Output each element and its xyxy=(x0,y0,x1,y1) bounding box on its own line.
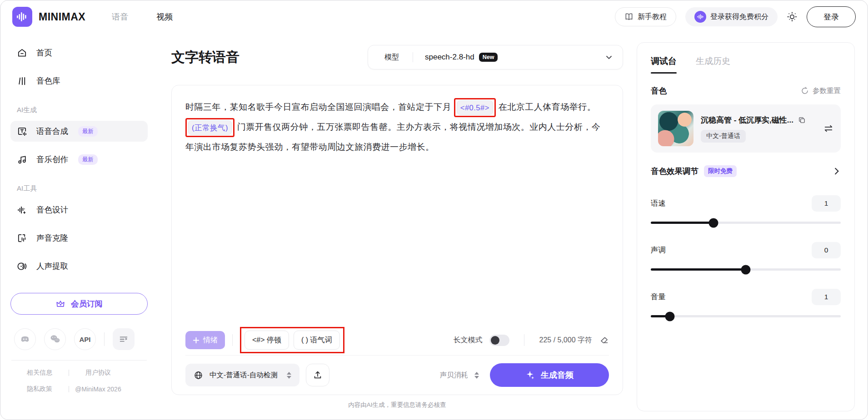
new-badge: 最新 xyxy=(78,154,98,165)
login-credits-button[interactable]: 登录获得免费积分 xyxy=(685,7,778,26)
sidebar-item-music-creation[interactable]: 音乐创作 最新 xyxy=(10,149,148,170)
volume-value[interactable]: 1 xyxy=(812,289,841,305)
pitch-label: 声调 xyxy=(651,245,666,255)
sidebar-item-label: 音乐创作 xyxy=(36,154,68,165)
nav-tab-video[interactable]: 视频 xyxy=(156,11,173,22)
language-value: 中文-普通话-自动检测 xyxy=(210,371,278,380)
link-user-agreement[interactable]: 用户协议 xyxy=(69,369,127,377)
tab-generation-history[interactable]: 生成历史 xyxy=(696,55,730,74)
sidebar-item-label: 人声提取 xyxy=(36,261,68,272)
sidebar-item-voice-clone[interactable]: 声音克隆 xyxy=(10,227,148,248)
model-new-badge: New xyxy=(479,53,498,62)
upload-file-button[interactable] xyxy=(306,364,329,386)
voice-effect-row[interactable]: 音色效果调节 限时免费 xyxy=(651,165,841,177)
wechat-button[interactable] xyxy=(44,328,66,350)
pitch-slider-group: 声调 0 xyxy=(651,242,841,271)
top-nav: 语音 视频 xyxy=(112,11,173,22)
app-window: MINIMAX 语音 视频 新手教程 登录获得免费积分 xyxy=(0,0,868,420)
copyright-text: @MiniMax 2026 xyxy=(69,385,127,393)
insert-interjection-button[interactable]: ( ) 语气词 xyxy=(294,331,340,350)
pause-duration-tag[interactable]: <#0.5#> xyxy=(457,100,493,115)
sidebar-item-label: 语音合成 xyxy=(36,126,68,137)
long-text-mode-label: 长文模式 xyxy=(453,336,482,345)
breath-tag[interactable]: (正常换气) xyxy=(188,120,232,135)
minimax-mini-logo-icon xyxy=(694,11,706,23)
page-title: 文字转语音 xyxy=(171,48,239,67)
tts-text-input[interactable]: 时隔三年，某知名歌手今日宣布启动全国巡回演唱会，首站定于下月 <#0.5#> 在… xyxy=(185,97,609,325)
reset-params-button[interactable]: 参数重置 xyxy=(801,86,841,96)
tutorial-button[interactable]: 新手教程 xyxy=(615,7,676,26)
debug-panel-card: 调试台 生成历史 音色 参数重置 沉 xyxy=(637,42,855,411)
minimax-logo-icon[interactable] xyxy=(12,7,32,27)
generate-audio-label: 生成音频 xyxy=(541,370,574,380)
vocal-extract-icon xyxy=(17,261,27,272)
volume-slider-group: 音量 1 xyxy=(651,289,841,317)
sidebar-item-home[interactable]: 首页 xyxy=(10,42,148,63)
editor-toolbar: 情绪 <#> 停顿 ( ) 语气词 长文模式 225 / 5,000 字符 xyxy=(185,325,609,355)
divider xyxy=(11,360,147,361)
volume-slider[interactable] xyxy=(651,315,841,317)
social-links-row: API xyxy=(14,328,148,350)
tutorial-label: 新手教程 xyxy=(638,12,667,22)
api-label: API xyxy=(79,336,90,343)
annotation-box: (正常换气) xyxy=(185,118,234,137)
voice-info: 沉稳高管 - 低沉厚实,磁性... 中文-普通话 xyxy=(701,115,819,143)
model-label: 模型 xyxy=(384,53,399,62)
sidebar-item-vocal-extract[interactable]: 人声提取 xyxy=(10,256,148,277)
panel-tabs: 调试台 生成历史 xyxy=(651,55,841,74)
playlist-button[interactable] xyxy=(113,328,135,350)
pitch-value[interactable]: 0 xyxy=(812,242,841,258)
brand-name: MINIMAX xyxy=(39,11,85,23)
link-related-info[interactable]: 相关信息 xyxy=(10,369,69,377)
add-emotion-button[interactable]: 情绪 xyxy=(185,331,225,349)
sidebar-item-label: 音色库 xyxy=(36,75,60,86)
tab-debug-console[interactable]: 调试台 xyxy=(651,55,677,74)
membership-button[interactable]: 会员订阅 xyxy=(10,293,148,315)
divider xyxy=(524,334,524,346)
copy-icon[interactable] xyxy=(798,116,806,124)
editor-bottom-bar: 中文-普通话-自动检测 声贝消耗 xyxy=(185,356,609,395)
sidebar-item-voice-library[interactable]: 音色库 xyxy=(10,70,148,91)
model-value: speech-2.8-hd xyxy=(425,53,474,62)
toggle-knob xyxy=(491,336,499,345)
upload-icon xyxy=(313,370,323,380)
login-button[interactable]: 登录 xyxy=(807,6,856,27)
waveform-icon xyxy=(16,11,28,23)
slider-knob[interactable] xyxy=(665,311,674,321)
sidebar-item-speech-synthesis[interactable]: 语音合成 最新 xyxy=(10,121,148,142)
reset-icon xyxy=(801,87,809,95)
speed-value[interactable]: 1 xyxy=(812,195,841,212)
chevron-down-icon xyxy=(605,54,613,61)
link-privacy-policy[interactable]: 隐私政策 xyxy=(10,385,69,393)
pitch-slider[interactable] xyxy=(651,268,841,271)
model-selector[interactable]: 模型 speech-2.8-hd New xyxy=(368,45,623,69)
music-note-icon xyxy=(17,154,27,165)
select-arrows-icon xyxy=(287,372,291,379)
sidebar-item-label: 声音克隆 xyxy=(36,232,68,243)
membership-label: 会员订阅 xyxy=(71,298,103,309)
sort-arrows-icon xyxy=(474,372,479,379)
sidebar-item-voice-design[interactable]: 音色设计 xyxy=(10,199,148,220)
sidebar-item-label: 首页 xyxy=(36,47,52,58)
swap-voice-icon[interactable] xyxy=(823,124,833,133)
top-bar: MINIMAX 语音 视频 新手教程 登录获得免费积分 xyxy=(0,0,868,33)
speed-slider[interactable] xyxy=(651,222,841,224)
nav-tab-voice[interactable]: 语音 xyxy=(112,11,128,22)
selected-voice-card[interactable]: 沉稳高管 - 低沉厚实,磁性... 中文-普通话 xyxy=(651,104,841,153)
editor-text-segment: 时隔三年，某知名歌手今日宣布启动全国巡回演唱会，首站定于下月 xyxy=(185,102,451,112)
plus-icon xyxy=(193,337,200,344)
api-button[interactable]: API xyxy=(74,328,96,350)
clear-text-button[interactable] xyxy=(599,336,609,345)
divider xyxy=(413,52,413,62)
long-text-mode-toggle[interactable] xyxy=(489,335,509,346)
slider-knob[interactable] xyxy=(708,218,718,227)
slider-knob[interactable] xyxy=(741,265,751,274)
generate-audio-button[interactable]: 生成音频 xyxy=(490,363,609,387)
book-icon xyxy=(624,12,634,21)
emotion-label: 情绪 xyxy=(203,336,218,345)
language-selector[interactable]: 中文-普通话-自动检测 xyxy=(185,364,299,386)
insert-pause-button[interactable]: <#> 停顿 xyxy=(244,331,289,350)
theme-toggle-button[interactable] xyxy=(787,11,798,22)
discord-button[interactable] xyxy=(14,328,36,350)
sidebar-footer-links: 相关信息 用户协议 隐私政策 @MiniMax 2026 xyxy=(10,369,148,401)
